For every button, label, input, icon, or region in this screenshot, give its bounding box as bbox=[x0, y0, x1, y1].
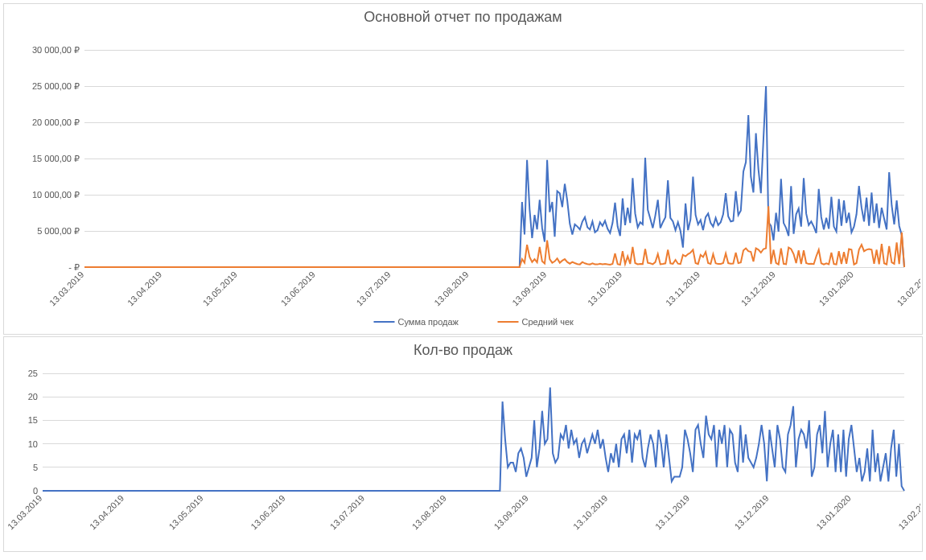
chart2-title: Кол-во продаж bbox=[4, 337, 922, 359]
svg-text:20 000,00 ₽: 20 000,00 ₽ bbox=[32, 117, 80, 127]
svg-text:13.10.2019: 13.10.2019 bbox=[586, 270, 624, 307]
svg-text:13.06.2019: 13.06.2019 bbox=[249, 493, 286, 531]
svg-text:5 000,00 ₽: 5 000,00 ₽ bbox=[37, 226, 80, 236]
svg-text:13.05.2019: 13.05.2019 bbox=[167, 493, 204, 531]
svg-text:25 000,00 ₽: 25 000,00 ₽ bbox=[32, 81, 80, 91]
svg-text:13.01.2020: 13.01.2020 bbox=[817, 270, 854, 307]
svg-text:15 000,00 ₽: 15 000,00 ₽ bbox=[32, 154, 80, 163]
svg-text:13.09.2019: 13.09.2019 bbox=[510, 270, 548, 307]
svg-text:13.11.2019: 13.11.2019 bbox=[653, 493, 691, 531]
svg-text:10 000,00 ₽: 10 000,00 ₽ bbox=[32, 190, 80, 200]
svg-text:13.07.2019: 13.07.2019 bbox=[328, 493, 366, 531]
svg-text:13.06.2019: 13.06.2019 bbox=[279, 270, 317, 307]
svg-text:10: 10 bbox=[28, 439, 38, 449]
svg-text:13.12.2019: 13.12.2019 bbox=[739, 270, 777, 307]
svg-text:5: 5 bbox=[33, 463, 38, 472]
svg-text:Средний чек: Средний чек bbox=[522, 317, 574, 327]
svg-text:13.05.2019: 13.05.2019 bbox=[201, 270, 239, 307]
chart-sales-count: Кол-во продаж 051015202513.03.201913.04.… bbox=[3, 336, 923, 552]
svg-text:13.02.2020: 13.02.2020 bbox=[895, 270, 920, 307]
svg-text:13.08.2019: 13.08.2019 bbox=[410, 493, 448, 531]
svg-text:13.02.2020: 13.02.2020 bbox=[896, 493, 920, 531]
svg-text:13.09.2019: 13.09.2019 bbox=[492, 493, 529, 531]
svg-text:13.04.2019: 13.04.2019 bbox=[88, 493, 126, 531]
svg-text:13.03.2019: 13.03.2019 bbox=[47, 270, 85, 307]
svg-text:13.07.2019: 13.07.2019 bbox=[354, 270, 392, 307]
svg-text:13.11.2019: 13.11.2019 bbox=[664, 270, 702, 307]
svg-text:25: 25 bbox=[28, 369, 38, 378]
svg-text:13.08.2019: 13.08.2019 bbox=[432, 270, 470, 307]
svg-text:13.03.2019: 13.03.2019 bbox=[6, 493, 43, 531]
chart1-title: Основной отчет по продажам bbox=[4, 4, 922, 26]
svg-text:13.10.2019: 13.10.2019 bbox=[571, 493, 609, 531]
svg-text:30 000,00 ₽: 30 000,00 ₽ bbox=[32, 45, 80, 55]
svg-text:Сумма продаж: Сумма продаж bbox=[398, 317, 459, 327]
svg-text:13.04.2019: 13.04.2019 bbox=[126, 270, 163, 307]
svg-text:15: 15 bbox=[28, 415, 38, 425]
svg-text:20: 20 bbox=[28, 392, 38, 401]
svg-text:13.12.2019: 13.12.2019 bbox=[732, 493, 770, 531]
chart-main-sales: Основной отчет по продажам - ₽5 000,00 ₽… bbox=[3, 3, 923, 335]
svg-text:13.01.2020: 13.01.2020 bbox=[814, 493, 852, 531]
